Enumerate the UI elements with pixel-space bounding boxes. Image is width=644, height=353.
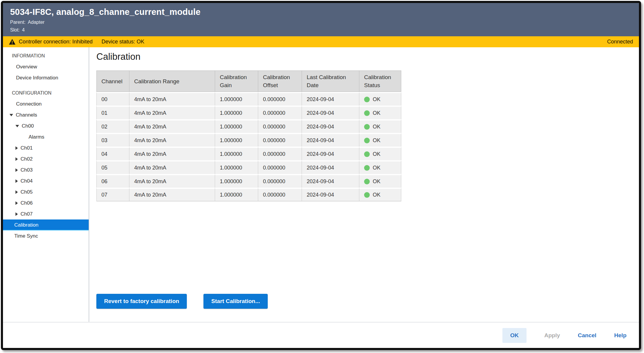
cell-date: 2024-09-04 (302, 188, 359, 201)
chevron-right-icon[interactable] (15, 201, 18, 205)
table-header-row: Channel Calibration Range Calibration Ga… (96, 70, 401, 92)
cell-offset: 0.000000 (258, 133, 302, 147)
cell-range: 4mA to 20mA (129, 147, 215, 160)
cell-date: 2024-09-04 (302, 133, 359, 147)
status-ok-icon (364, 124, 370, 130)
chevron-right-icon[interactable] (15, 190, 18, 194)
cell-status: OK (359, 174, 401, 188)
status-ok-icon (364, 192, 370, 198)
table-row: 03 4mA to 20mA 1.000000 0.000000 2024-09… (96, 133, 401, 147)
sidebar-item-ch04[interactable]: Ch04 (3, 175, 89, 186)
sidebar-section-information: INFORMATION (3, 50, 89, 61)
col-header-gain: Calibration Gain (215, 70, 258, 92)
cell-gain: 1.000000 (215, 174, 258, 188)
cell-date: 2024-09-04 (302, 147, 359, 160)
table-row: 07 4mA to 20mA 1.000000 0.000000 2024-09… (96, 188, 401, 201)
cancel-button[interactable]: Cancel (578, 332, 596, 339)
status-ok-icon (364, 151, 370, 157)
sidebar-item-overview[interactable]: Overview (3, 61, 89, 72)
cell-date: 2024-09-04 (302, 92, 359, 106)
slot-line: Slot:4 (10, 26, 639, 33)
cell-gain: 1.000000 (215, 188, 258, 201)
sidebar-item-connection[interactable]: Connection (3, 98, 89, 109)
sidebar-item-ch05[interactable]: Ch05 (3, 186, 89, 197)
sidebar-section-configuration: CONFIGURATION (3, 87, 89, 98)
cell-status: OK (359, 147, 401, 160)
parent-label: Parent: (10, 20, 26, 25)
parent-value: Adapter (28, 20, 45, 25)
chevron-right-icon[interactable] (15, 157, 18, 161)
table-row: 01 4mA to 20mA 1.000000 0.000000 2024-09… (96, 106, 401, 119)
col-header-date: Last Calibration Date (302, 70, 359, 92)
cell-gain: 1.000000 (215, 106, 258, 119)
cell-date: 2024-09-04 (302, 160, 359, 174)
sidebar-item-alarms[interactable]: Alarms (3, 131, 89, 142)
chevron-right-icon[interactable] (15, 146, 18, 150)
col-header-range: Calibration Range (129, 70, 215, 92)
col-header-offset: Calibration Offset (258, 70, 302, 92)
cell-range: 4mA to 20mA (129, 188, 215, 201)
sidebar-item-device-information[interactable]: Device Information (3, 72, 89, 83)
help-button[interactable]: Help (614, 332, 626, 339)
chevron-right-icon[interactable] (15, 179, 18, 183)
revert-factory-calibration-button[interactable]: Revert to factory calibration (96, 294, 187, 309)
cell-offset: 0.000000 (258, 160, 302, 174)
cell-status: OK (359, 160, 401, 174)
cell-channel: 00 (96, 92, 129, 106)
header: 5034-IF8C, analog_8_channe_current_modul… (3, 3, 639, 36)
cell-offset: 0.000000 (258, 174, 302, 188)
status-ok-icon (364, 138, 370, 143)
cell-channel: 06 (96, 174, 129, 188)
footer-bar: OK Apply Cancel Help (3, 322, 639, 348)
table-row: 06 4mA to 20mA 1.000000 0.000000 2024-09… (96, 174, 401, 188)
cell-channel: 03 (96, 133, 129, 147)
cell-date: 2024-09-04 (302, 106, 359, 119)
cell-gain: 1.000000 (215, 119, 258, 133)
sidebar-item-channels[interactable]: Channels (3, 109, 89, 120)
cell-range: 4mA to 20mA (129, 119, 215, 133)
cell-gain: 1.000000 (215, 133, 258, 147)
chevron-down-icon[interactable] (10, 114, 13, 116)
sidebar-item-calibration[interactable]: Calibration (3, 219, 89, 230)
connection-state: Connected (607, 39, 633, 45)
sidebar-item-time-sync[interactable]: Time Sync (3, 230, 89, 241)
cell-range: 4mA to 20mA (129, 106, 215, 119)
page-title: 5034-IF8C, analog_8_channe_current_modul… (10, 6, 639, 18)
controller-connection-status: Controller connection: Inhibited (19, 39, 93, 45)
chevron-right-icon[interactable] (15, 212, 18, 216)
apply-button[interactable]: Apply (544, 332, 560, 339)
cell-range: 4mA to 20mA (129, 133, 215, 147)
cell-offset: 0.000000 (258, 92, 302, 106)
sidebar-item-ch07[interactable]: Ch07 (3, 208, 89, 219)
chevron-down-icon[interactable] (15, 125, 19, 127)
sidebar-item-ch01[interactable]: Ch01 (3, 142, 89, 153)
sidebar-item-ch00[interactable]: Ch00 (3, 120, 89, 131)
cell-channel: 01 (96, 106, 129, 119)
chevron-right-icon[interactable] (15, 168, 18, 172)
status-ok-icon (364, 110, 370, 116)
cell-range: 4mA to 20mA (129, 160, 215, 174)
cell-range: 4mA to 20mA (129, 174, 215, 188)
status-ok-icon (364, 97, 370, 102)
cell-date: 2024-09-04 (302, 174, 359, 188)
table-row: 02 4mA to 20mA 1.000000 0.000000 2024-09… (96, 119, 401, 133)
ok-button[interactable]: OK (502, 328, 527, 343)
status-ok-icon (364, 179, 370, 184)
cell-status: OK (359, 106, 401, 119)
sidebar-item-ch03[interactable]: Ch03 (3, 164, 89, 175)
cell-channel: 07 (96, 188, 129, 201)
cell-gain: 1.000000 (215, 160, 258, 174)
calibration-table: Channel Calibration Range Calibration Ga… (96, 70, 401, 201)
cell-gain: 1.000000 (215, 147, 258, 160)
cell-range: 4mA to 20mA (129, 92, 215, 106)
cell-gain: 1.000000 (215, 92, 258, 106)
sidebar-item-ch06[interactable]: Ch06 (3, 197, 89, 208)
start-calibration-button[interactable]: Start Calibration... (203, 294, 268, 309)
warning-icon (9, 39, 15, 45)
cell-channel: 02 (96, 119, 129, 133)
col-header-channel: Channel (96, 70, 129, 92)
cell-offset: 0.000000 (258, 188, 302, 201)
device-profile-window: 5034-IF8C, analog_8_channe_current_modul… (1, 1, 641, 350)
alert-bar: Controller connection: Inhibited Device … (3, 36, 639, 47)
sidebar-item-ch02[interactable]: Ch02 (3, 153, 89, 164)
